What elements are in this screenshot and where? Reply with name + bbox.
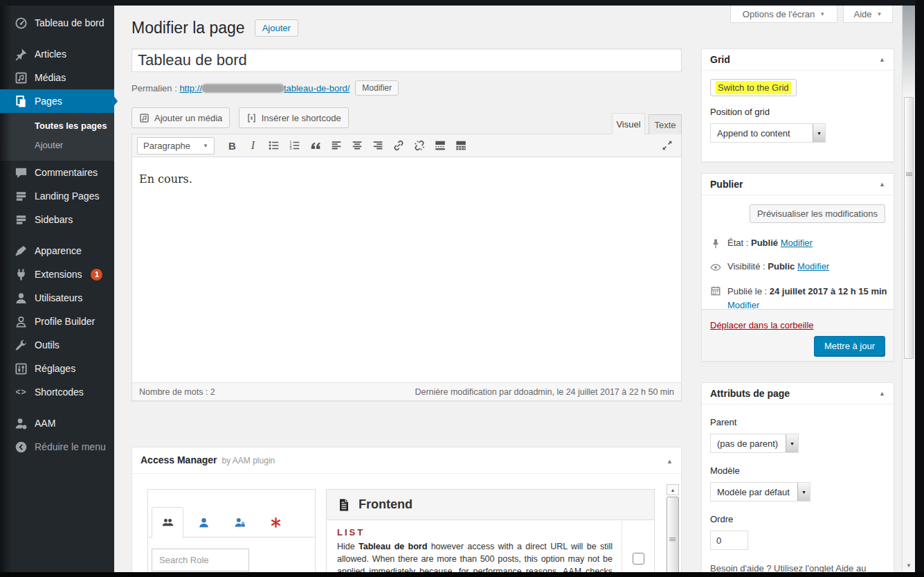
help-button[interactable]: Aide ▼ bbox=[843, 6, 893, 23]
edit-visibility-link[interactable]: Modifier bbox=[797, 261, 829, 272]
preview-changes-button[interactable]: Prévisualiser les modifications bbox=[750, 204, 885, 223]
collapse-arrow-icon bbox=[15, 441, 28, 454]
sidebar-item-tools[interactable]: Outils bbox=[0, 333, 114, 357]
scrollbar-thumb[interactable] bbox=[667, 497, 679, 577]
screen-bottom-edge bbox=[0, 572, 924, 577]
sidebar-item-label: Réglages bbox=[35, 363, 75, 374]
search-role-input[interactable] bbox=[152, 549, 249, 571]
user-lock-icon bbox=[234, 517, 246, 529]
status-row: État : Publié Modifier bbox=[710, 238, 813, 249]
grid-position-select[interactable]: Append to content ▼ bbox=[710, 123, 826, 143]
screen-right-edge bbox=[915, 0, 924, 577]
insert-link-button[interactable] bbox=[389, 137, 408, 154]
scrollbar-thumb[interactable] bbox=[904, 97, 914, 359]
switch-to-grid-button[interactable]: Switch to the Grid bbox=[710, 79, 797, 96]
aam-scrollbar: ▲ bbox=[667, 484, 679, 577]
tab-user[interactable] bbox=[188, 508, 219, 538]
tab-roles[interactable] bbox=[152, 507, 183, 538]
scroll-up-arrow[interactable]: ▲ bbox=[667, 484, 679, 495]
tab-visual[interactable]: Visuel bbox=[612, 113, 645, 134]
add-new-page-button[interactable]: Ajouter bbox=[255, 19, 298, 37]
grid-panel: Grid ▲ Switch to the Grid Position of gr… bbox=[701, 48, 894, 162]
aam-frontend-panel: Frontend LIST Hide Tableau de bord howev… bbox=[326, 489, 655, 577]
shortcodes-icon: <> bbox=[15, 387, 28, 397]
grid-panel-header[interactable]: Grid ▲ bbox=[702, 49, 894, 71]
user-outline-icon bbox=[15, 315, 28, 328]
pushpin-icon bbox=[15, 48, 28, 61]
template-select[interactable]: Modèle par défaut ▼ bbox=[710, 482, 810, 501]
submenu-item-add[interactable]: Ajouter bbox=[0, 136, 114, 155]
sidebar-item-dashboard[interactable]: Tableau de bord bbox=[0, 11, 114, 35]
publish-panel-header[interactable]: Publier ▲ bbox=[702, 174, 894, 195]
sidebar-item-aam[interactable]: AAM bbox=[0, 411, 114, 435]
toolbar-toggle-icon bbox=[455, 139, 467, 152]
media-icon bbox=[139, 113, 150, 123]
permalink-link[interactable]: http://tableau-de-bord/ bbox=[179, 83, 350, 94]
sidebar-item-pages[interactable]: Pages bbox=[0, 89, 114, 113]
chevron-down-icon: ▼ bbox=[203, 143, 208, 149]
tab-default[interactable] bbox=[260, 508, 291, 538]
editor-status-bar: Nombre de mots : 2 Dernière modification… bbox=[132, 382, 681, 400]
tab-text[interactable]: Texte bbox=[649, 114, 682, 134]
align-left-button[interactable] bbox=[327, 137, 345, 154]
sidebar-item-label: Profile Builder bbox=[35, 316, 95, 327]
collapse-arrow-icon: ▲ bbox=[879, 56, 885, 63]
remove-link-button[interactable] bbox=[410, 137, 428, 154]
edit-status-link[interactable]: Modifier bbox=[781, 238, 813, 248]
sidebar-item-comments[interactable]: Commentaires bbox=[0, 161, 114, 184]
sidebar-item-extensions[interactable]: Extensions 1 bbox=[0, 263, 114, 286]
highlighted-label: Switch to the Grid bbox=[716, 81, 791, 94]
frontend-panel-title: Frontend bbox=[359, 497, 413, 512]
sidebar-item-label: Réduire le menu bbox=[35, 441, 106, 452]
update-button[interactable]: Mettre à jour bbox=[814, 336, 885, 356]
position-of-grid-label: Position of grid bbox=[710, 107, 885, 117]
edit-permalink-button[interactable]: Modifier bbox=[355, 80, 399, 96]
move-to-trash-link[interactable]: Déplacer dans la corbeille bbox=[710, 320, 814, 330]
editor-content-area[interactable]: En cours. bbox=[132, 157, 681, 382]
align-right-button[interactable] bbox=[368, 137, 387, 154]
bullet-list-button[interactable] bbox=[264, 137, 283, 154]
sidebar-item-sidebars[interactable]: Sidebars bbox=[0, 208, 114, 231]
visibility-row: Visibilité : Public Modifier bbox=[710, 261, 829, 273]
sidebar-item-collapse-menu[interactable]: Réduire le menu bbox=[0, 435, 114, 459]
sidebar-item-label: Outils bbox=[35, 339, 60, 350]
tab-visitor[interactable] bbox=[224, 508, 255, 538]
sidebar-item-appearance[interactable]: Apparence bbox=[0, 239, 114, 263]
post-title-input[interactable] bbox=[132, 48, 682, 72]
toolbar-toggle-button[interactable] bbox=[451, 137, 470, 154]
screen-options-button[interactable]: Options de l'écran ▼ bbox=[730, 6, 837, 23]
submenu-item-all-pages[interactable]: Toutes les pages bbox=[0, 116, 114, 136]
list-option-checkbox[interactable] bbox=[633, 553, 644, 565]
paragraph-format-dropdown[interactable]: Paragraphe ▼ bbox=[137, 137, 215, 154]
pages-submenu: Toutes les pages Ajouter bbox=[0, 113, 114, 161]
align-center-button[interactable] bbox=[347, 137, 366, 154]
sidebar-item-articles[interactable]: Articles bbox=[0, 42, 114, 66]
help-label: Aide bbox=[854, 9, 872, 19]
blockquote-button[interactable] bbox=[306, 137, 325, 154]
sidebar-item-users[interactable]: Utilisateurs bbox=[0, 286, 114, 310]
users-group-icon bbox=[162, 517, 174, 529]
bold-button[interactable]: B bbox=[223, 137, 242, 154]
sidebar-item-label: Sidebars bbox=[35, 214, 73, 225]
scroll-down-arrow[interactable]: ▼ bbox=[903, 562, 915, 569]
permalink-row: Permalien : http://tableau-de-bord/ Modi… bbox=[132, 80, 399, 96]
numbered-list-button[interactable] bbox=[285, 137, 304, 154]
fullscreen-button[interactable] bbox=[658, 137, 676, 154]
pages-icon bbox=[15, 95, 28, 108]
sidebar-item-settings[interactable]: Réglages bbox=[0, 357, 114, 380]
admin-menu: Tableau de bord Articles Médias Pages To… bbox=[0, 6, 114, 577]
sidebar-item-landing-pages[interactable]: Landing Pages bbox=[0, 184, 114, 208]
publish-actions-footer: Déplacer dans la corbeille Mettre à jour bbox=[702, 309, 894, 361]
sidebar-item-medias[interactable]: Médias bbox=[0, 66, 114, 89]
collapse-arrow-icon[interactable]: ▲ bbox=[667, 458, 673, 465]
attributes-panel-header[interactable]: Attributs de page ▲ bbox=[702, 383, 894, 405]
page-scrollbar[interactable]: ▼ bbox=[902, 0, 915, 577]
sidebar-item-profile-builder[interactable]: Profile Builder bbox=[0, 310, 114, 333]
insert-shortcode-button[interactable]: Insérer le shortcode bbox=[239, 107, 349, 128]
sidebar-item-shortcodes[interactable]: <> Shortcodes bbox=[0, 380, 114, 404]
italic-button[interactable]: I bbox=[244, 137, 262, 154]
parent-select[interactable]: (pas de parent) ▼ bbox=[710, 434, 799, 453]
order-input[interactable] bbox=[710, 531, 748, 550]
read-more-button[interactable] bbox=[431, 137, 449, 154]
add-media-button[interactable]: Ajouter un média bbox=[132, 107, 230, 128]
